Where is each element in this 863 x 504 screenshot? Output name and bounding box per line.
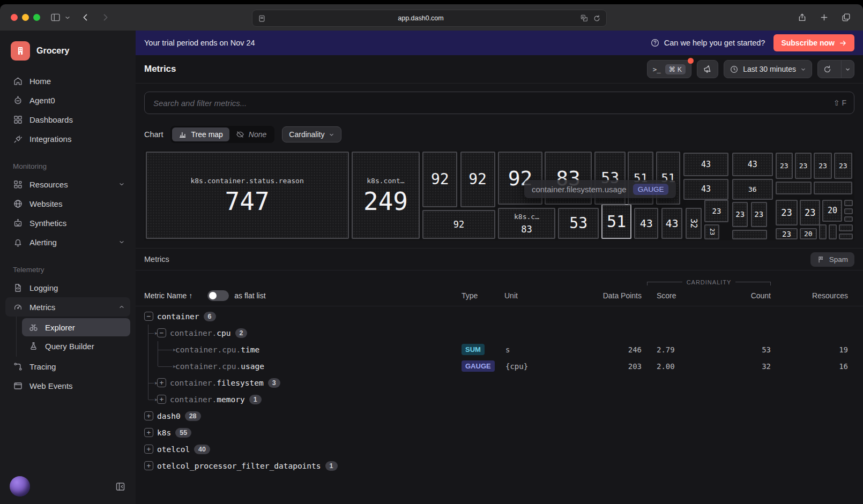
sidebar-item-logging[interactable]: Logging bbox=[5, 278, 130, 297]
expand-icon[interactable]: + bbox=[157, 378, 166, 387]
sidebar-item-alerting[interactable]: Alerting bbox=[5, 232, 130, 252]
sidebar-item-query-builder[interactable]: Query Builder bbox=[22, 337, 130, 355]
metric-row-container-cpu[interactable]: ▸−container.cpu2 bbox=[144, 325, 848, 341]
refresh-options-caret[interactable] bbox=[841, 61, 854, 78]
treemap-tile-23[interactable]: 23 bbox=[814, 153, 831, 179]
refresh-button-group[interactable] bbox=[817, 60, 854, 78]
treemap-tile-92[interactable]: 92 bbox=[460, 152, 495, 207]
treemap-tile-43[interactable]: 43 bbox=[683, 153, 729, 176]
col-type[interactable]: Type bbox=[453, 291, 504, 300]
translate-icon[interactable] bbox=[580, 14, 589, 22]
treemap-tile-53[interactable]: 53 bbox=[558, 208, 599, 239]
new-tab-icon[interactable] bbox=[819, 12, 829, 22]
command-palette-button[interactable]: >_ ⌘ K bbox=[647, 60, 691, 78]
treemap-tile-747[interactable]: k8s.container.status.reason747 bbox=[146, 152, 349, 239]
treemap-tile-83[interactable]: 83 bbox=[545, 152, 591, 205]
treemap-tile-83[interactable]: k8s.c…83 bbox=[498, 208, 555, 239]
metric-row-container-filesystem[interactable]: ▸+container.filesystem3 bbox=[144, 374, 848, 391]
treemap-tile-23[interactable]: 23 bbox=[776, 153, 793, 179]
spam-button[interactable]: Spam bbox=[810, 252, 854, 267]
treemap-tile[interactable] bbox=[814, 182, 852, 194]
treemap-tile-51[interactable]: 51 bbox=[628, 152, 653, 205]
sidebar-item-home[interactable]: Home bbox=[5, 71, 130, 91]
treemap-tile[interactable] bbox=[819, 224, 827, 240]
treemap-tile-23[interactable]: 23 bbox=[704, 224, 719, 239]
expand-icon[interactable]: + bbox=[144, 461, 153, 470]
sidebar-item-synthetics[interactable]: Synthetics bbox=[5, 213, 130, 232]
collapse-icon[interactable]: − bbox=[144, 312, 153, 321]
treemap-tile-51[interactable]: 51 bbox=[601, 204, 631, 239]
metric-row-otelcol[interactable]: +otelcol40 bbox=[144, 441, 848, 457]
chart-type-none[interactable]: None bbox=[229, 127, 273, 141]
treemap-tile[interactable] bbox=[844, 200, 853, 206]
treemap-tile[interactable] bbox=[776, 182, 812, 194]
treemap-tile-51[interactable]: 51 bbox=[656, 152, 680, 205]
metric-row-k8s[interactable]: +k8s55 bbox=[144, 424, 848, 441]
expand-icon[interactable]: + bbox=[157, 395, 166, 404]
time-range-selector[interactable]: Last 30 minutes bbox=[724, 60, 812, 78]
search-box[interactable]: ⇧ F bbox=[144, 92, 854, 114]
back-icon[interactable] bbox=[80, 12, 91, 22]
sidebar-item-metrics[interactable]: Metrics bbox=[5, 297, 130, 317]
expand-icon[interactable]: + bbox=[144, 428, 153, 437]
collapse-icon[interactable]: − bbox=[157, 328, 166, 337]
metric-row-container[interactable]: −container6 bbox=[144, 308, 848, 325]
treemap-tile-23[interactable]: 23 bbox=[776, 228, 798, 239]
treemap-tile-23[interactable]: 23 bbox=[751, 202, 767, 227]
window-minimize-button[interactable] bbox=[22, 14, 29, 21]
treemap-tile-43[interactable]: 43 bbox=[661, 208, 683, 239]
tab-overview-icon[interactable] bbox=[841, 12, 851, 22]
sidebar-item-agent0[interactable]: Agent0 bbox=[5, 91, 130, 110]
browser-sidebar-icon[interactable] bbox=[50, 12, 61, 23]
treemap-tile-23[interactable]: 23 bbox=[834, 153, 852, 179]
treemap-tile-36[interactable]: 36 bbox=[732, 179, 773, 200]
treemap-tile-23[interactable]: 23 bbox=[732, 202, 748, 227]
col-data-points[interactable]: Data Points bbox=[556, 291, 642, 300]
metric-row-dash0[interactable]: +dash028 bbox=[144, 408, 848, 424]
share-icon[interactable] bbox=[797, 12, 807, 22]
metric-row-container-cpu-time[interactable]: ▸container.cpu.timeSUMs2462.795319 bbox=[144, 341, 848, 358]
treemap-tile-92[interactable]: 92 bbox=[498, 152, 542, 205]
sidebar-item-resources[interactable]: Resources bbox=[5, 175, 130, 194]
chart-type-treemap[interactable]: Tree map bbox=[172, 127, 229, 141]
treemap-tile-92[interactable]: 92 bbox=[422, 210, 495, 239]
chevron-down-icon[interactable] bbox=[64, 14, 71, 21]
treemap-tile[interactable] bbox=[844, 208, 853, 215]
metric-row-container-memory[interactable]: ▸+container.memory1 bbox=[144, 391, 848, 408]
col-unit[interactable]: Unit bbox=[504, 291, 556, 300]
col-count[interactable]: Count bbox=[711, 291, 784, 300]
expand-icon[interactable]: + bbox=[144, 411, 153, 420]
sidebar-item-dashboards[interactable]: Dashboards bbox=[5, 110, 130, 129]
sidebar-item-explorer[interactable]: Explorer bbox=[22, 318, 130, 336]
flat-list-toggle[interactable] bbox=[207, 290, 229, 301]
treemap-tile-32[interactable]: 32 bbox=[686, 208, 702, 239]
metric-row-otelcol-processor-filter-datapoints[interactable]: +otelcol_processor_filter_datapoints1 bbox=[144, 457, 848, 474]
treemap-tile[interactable] bbox=[839, 224, 853, 231]
search-input[interactable] bbox=[152, 98, 834, 108]
reload-icon[interactable] bbox=[593, 14, 601, 22]
url-bar[interactable]: app.dash0.com bbox=[252, 10, 607, 27]
sidebar-item-integrations[interactable]: Integrations bbox=[5, 129, 130, 148]
dimension-dropdown[interactable]: Cardinality bbox=[282, 126, 341, 142]
sidebar-item-websites[interactable]: Websites bbox=[5, 194, 130, 213]
treemap-tile[interactable] bbox=[844, 216, 853, 222]
treemap-tile-43[interactable]: 43 bbox=[732, 153, 773, 176]
user-avatar[interactable] bbox=[10, 476, 30, 497]
col-score[interactable]: Score bbox=[642, 291, 711, 300]
treemap-tile-23[interactable]: 23 bbox=[795, 153, 812, 179]
treemap-tile-92[interactable]: 92 bbox=[422, 152, 457, 207]
col-metric-name[interactable]: Metric Name ↑ bbox=[144, 291, 192, 300]
treemap-tile-23[interactable]: 23 bbox=[776, 200, 798, 225]
treemap-tile-43[interactable]: 43 bbox=[634, 208, 658, 239]
treemap-tile-249[interactable]: k8s.cont…249 bbox=[352, 152, 420, 239]
window-zoom-button[interactable] bbox=[33, 14, 40, 21]
subscribe-button[interactable]: Subscribe now bbox=[773, 34, 854, 51]
sidebar-item-web-events[interactable]: Web Events bbox=[5, 376, 130, 395]
sidebar-item-tracing[interactable]: Tracing bbox=[5, 357, 130, 376]
treemap-tile[interactable] bbox=[829, 224, 837, 240]
treemap-tile-20[interactable]: 20 bbox=[822, 200, 842, 221]
treemap-tile-23[interactable]: 23 bbox=[800, 200, 820, 225]
col-resources[interactable]: Resources bbox=[784, 291, 848, 300]
treemap-tile[interactable] bbox=[839, 234, 853, 240]
treemap-tile-20[interactable]: 20 bbox=[800, 228, 817, 239]
